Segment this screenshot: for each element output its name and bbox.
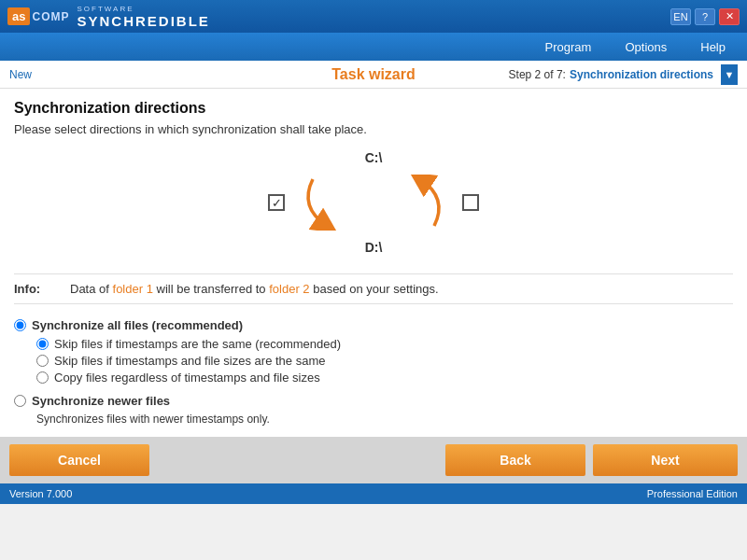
- version-text: Version 7.000: [9, 488, 72, 499]
- sub-option-2[interactable]: Copy files regardless of timestamps and …: [36, 371, 733, 385]
- arrow-left: [294, 175, 369, 231]
- step-dropdown[interactable]: ▼: [721, 64, 738, 85]
- title-bar: as COMP SOFTWARE SYNCHREDIBLE EN ? ✕: [0, 0, 747, 33]
- info-row: Info: Data of folder 1 will be transferr…: [14, 273, 733, 304]
- menu-program[interactable]: Program: [538, 36, 599, 58]
- sub-option-1[interactable]: Skip files if timestamps and file sizes …: [36, 354, 733, 368]
- folder2-ref: folder 2: [269, 282, 309, 296]
- info-label: Info:: [14, 282, 61, 296]
- menu-bar: Program Options Help: [0, 33, 747, 61]
- sub-label-1[interactable]: Skip files if timestamps and file sizes …: [54, 354, 325, 368]
- logo-as: as: [7, 7, 30, 25]
- window-controls: EN ? ✕: [670, 8, 740, 25]
- sync-newer-desc: Synchronizes files with newer timestamps…: [36, 413, 733, 426]
- sync-newer-group: Synchronize newer files Synchronizes fil…: [14, 394, 733, 426]
- logo-software: SOFTWARE: [77, 5, 209, 13]
- toolbar: New Task wizard Step 2 of 7: Synchroniza…: [0, 61, 747, 89]
- arrow-right: [378, 175, 453, 231]
- folder-bottom-label: D:\: [365, 240, 383, 255]
- toolbar-title: Task wizard: [331, 66, 416, 83]
- page-title: Synchronization directions: [14, 100, 733, 117]
- help-button[interactable]: ?: [695, 8, 715, 25]
- edition-text: Professional Edition: [647, 488, 738, 499]
- sync-newer-radio[interactable]: [14, 395, 26, 407]
- sub-radio-2[interactable]: [36, 371, 49, 384]
- sub-radio-1[interactable]: [36, 355, 49, 367]
- direction-right-checkbox[interactable]: [462, 194, 479, 211]
- status-bar: Version 7.000 Professional Edition: [0, 483, 747, 504]
- sync-newer-label[interactable]: Synchronize newer files: [32, 394, 170, 408]
- app-name: SYNCHREDIBLE: [77, 13, 209, 29]
- sub-label-0[interactable]: Skip files if timestamps are the same (r…: [54, 337, 341, 351]
- sub-radio-0[interactable]: [36, 338, 49, 350]
- back-button[interactable]: Back: [445, 444, 585, 476]
- close-button[interactable]: ✕: [719, 8, 740, 25]
- sub-label-2[interactable]: Copy files regardless of timestamps and …: [54, 371, 320, 385]
- info-text: Data of folder 1 will be transferred to …: [70, 282, 439, 296]
- menu-help[interactable]: Help: [693, 36, 733, 58]
- sync-arrows-row: [268, 175, 479, 231]
- step-indicator: Step 2 of 7: Synchronization directions …: [509, 64, 738, 85]
- cancel-button[interactable]: Cancel: [9, 444, 149, 476]
- sync-all-label[interactable]: Synchronize all files (recommended): [32, 318, 243, 332]
- step-text: Step 2 of 7:: [509, 68, 566, 81]
- next-button[interactable]: Next: [593, 444, 738, 476]
- lang-button[interactable]: EN: [670, 8, 691, 25]
- new-link[interactable]: New: [9, 68, 32, 81]
- sync-newer-option[interactable]: Synchronize newer files: [14, 394, 733, 408]
- main-content: Synchronization directions Please select…: [0, 89, 747, 437]
- menu-options[interactable]: Options: [617, 36, 674, 58]
- app-logo: as COMP SOFTWARE SYNCHREDIBLE: [7, 5, 210, 29]
- sync-all-option[interactable]: Synchronize all files (recommended): [14, 318, 733, 332]
- folder-top-label: C:\: [365, 150, 383, 165]
- footer: Cancel Back Next: [0, 437, 747, 483]
- direction-left-checkbox[interactable]: [268, 194, 285, 211]
- folder1-ref: folder 1: [113, 282, 153, 296]
- sync-options-group: Synchronize all files (recommended) Skip…: [14, 318, 733, 385]
- page-description: Please select directions in which synchr…: [14, 122, 733, 136]
- sub-option-0[interactable]: Skip files if timestamps are the same (r…: [36, 337, 733, 351]
- step-highlight: Synchronization directions: [570, 68, 713, 81]
- sync-all-radio[interactable]: [14, 319, 26, 331]
- sync-diagram: C:\: [14, 150, 733, 255]
- logo-comp: COMP: [32, 10, 69, 23]
